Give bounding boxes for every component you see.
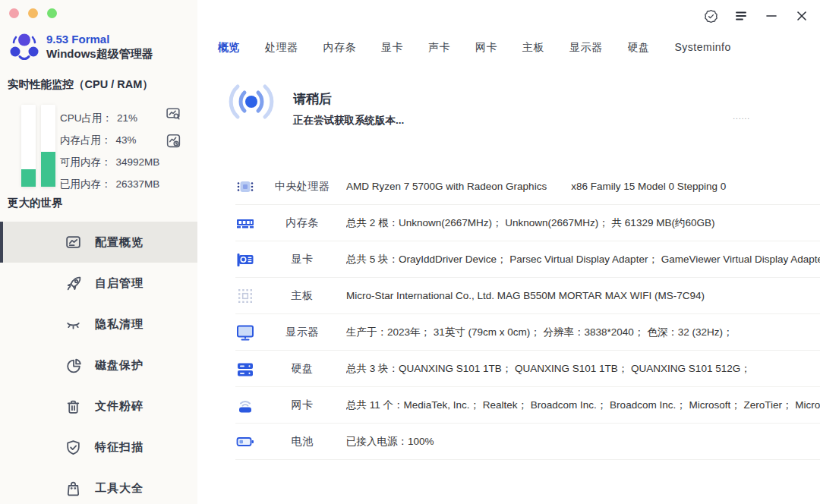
chart-history-icon[interactable] <box>165 132 182 150</box>
cpu-usage-label: CPU占用： <box>60 112 112 124</box>
free-ram-label: 可用内存： <box>60 156 112 168</box>
sidebar-item-label: 配置概览 <box>95 235 144 250</box>
info-row-monitor: 显示器 生产于：2023年； 31英寸 (79cm x 0cm)； 分辨率：38… <box>235 314 820 351</box>
info-row-label: 电池 <box>263 435 342 449</box>
sidebar-menu: 配置概览 自启管理 <box>0 222 197 504</box>
rocket-icon <box>65 275 82 292</box>
info-row-value: Micro-Star International Co., Ltd. MAG B… <box>346 290 820 301</box>
chart-search-icon[interactable] <box>165 106 182 123</box>
tab-memory[interactable]: 内存条 <box>323 41 357 55</box>
wifi-adapter-icon <box>235 395 255 415</box>
sidebar-item-toolbox[interactable]: 工具大全 <box>0 468 197 504</box>
usage-stats: CPU占用：21% 内存占用：43% 可用内存：34992MB 已用内存：263… <box>60 107 159 195</box>
hardware-tabs: 概览 处理器 内存条 显卡 声卡 网卡 主板 显示器 硬盘 Systeminfo <box>218 41 731 55</box>
traffic-light-close-icon[interactable] <box>9 8 19 18</box>
radar-signal-icon <box>226 80 276 124</box>
pie-chart-icon <box>65 357 82 374</box>
tab-systeminfo[interactable]: Systeminfo <box>675 41 731 55</box>
tab-soundcard[interactable]: 声卡 <box>428 41 450 55</box>
info-row-value: 总共 2 根：Unknown(2667MHz)； Unknown(2667MHz… <box>346 216 820 230</box>
sidebar-item-file-shredder[interactable]: 文件粉碎 <box>0 386 197 427</box>
license-badge-icon[interactable] <box>702 7 720 25</box>
hard-drive-icon <box>235 359 255 379</box>
sidebar-item-label: 磁盘保护 <box>95 358 144 373</box>
eye-closed-icon <box>65 316 82 333</box>
ram-usage-label: 内存占用： <box>60 134 112 146</box>
monitor-icon <box>235 323 255 342</box>
free-ram-value: 34992MB <box>116 156 160 168</box>
performance-monitor-panel: CPU占用：21% 内存占用：43% 可用内存：34992MB 已用内存：263… <box>0 103 197 188</box>
used-ram-label: 已用内存： <box>60 178 112 190</box>
minimize-icon[interactable] <box>762 7 781 25</box>
info-row-motherboard: 主板 Micro-Star International Co., Ltd. MA… <box>235 278 820 314</box>
free-ram-stat: 可用内存：34992MB <box>60 151 159 173</box>
info-row-disk: 硬盘 总共 3 块：QUANXING S101 1TB； QUANXING S1… <box>235 351 820 387</box>
tab-motherboard[interactable]: 主板 <box>522 41 544 55</box>
sidebar-item-disk-protect[interactable]: 磁盘保护 <box>0 345 197 386</box>
used-ram-value: 26337MB <box>116 178 160 190</box>
cpu-usage-stat: CPU占用：21% <box>60 107 159 129</box>
cpu-chip-icon <box>235 177 255 197</box>
ram-usage-bar <box>41 105 55 187</box>
tab-gpu[interactable]: 显卡 <box>381 41 403 55</box>
performance-monitor-title: 实时性能监控（CPU / RAM） <box>8 77 153 92</box>
ram-usage-stat: 内存占用：43% <box>60 129 159 151</box>
bag-icon <box>65 480 82 497</box>
perf-action-icons <box>165 106 182 150</box>
traffic-light-minimize-icon[interactable] <box>28 8 38 18</box>
sidebar-item-label: 自启管理 <box>95 276 144 291</box>
info-row-label: 显示器 <box>263 326 342 339</box>
tab-disk[interactable]: 硬盘 <box>628 41 650 55</box>
trash-icon <box>65 398 82 415</box>
traffic-light-maximize-icon[interactable] <box>47 8 57 18</box>
sidebar-item-label: 特征扫描 <box>95 440 144 455</box>
main-content: 概览 处理器 内存条 显卡 声卡 网卡 主板 显示器 硬盘 Systeminfo… <box>197 0 820 504</box>
traffic-lights <box>9 8 57 18</box>
sidebar: 9.53 Formal Windows超级管理器 实时性能监控（CPU / RA… <box>0 0 197 504</box>
info-row-label: 硬盘 <box>263 362 342 376</box>
tab-monitor[interactable]: 显示器 <box>569 41 603 55</box>
info-row-nic: 网卡 总共 11 个：MediaTek, Inc.； Realtek； Broa… <box>235 387 820 424</box>
ram-bar-fill <box>41 152 55 187</box>
info-row-label: 网卡 <box>263 398 342 412</box>
ram-stick-icon <box>235 213 255 233</box>
info-row-value: 总共 5 块：OrayIddDriver Device； Parsec Virt… <box>346 253 820 266</box>
menu-icon[interactable] <box>732 7 750 25</box>
loading-banner: 请稍后 正在尝试获取系统版本... <box>226 80 788 130</box>
used-ram-stat: 已用内存：26337MB <box>60 173 159 195</box>
info-row-memory: 内存条 总共 2 根：Unknown(2667MHz)； Unknown(266… <box>235 205 820 241</box>
app-brand: 9.53 Formal Windows超级管理器 <box>8 31 153 63</box>
app-title: Windows超级管理器 <box>46 47 153 61</box>
cpu-usage-bar <box>21 105 36 187</box>
info-row-cpu: 中央处理器 AMD Ryzen 7 5700G with Radeon Grap… <box>235 169 820 205</box>
tab-processor[interactable]: 处理器 <box>265 41 298 55</box>
loading-ellipsis: ...... <box>733 112 750 121</box>
sidebar-item-privacy-clean[interactable]: 隐私清理 <box>0 304 197 345</box>
sidebar-item-config-overview[interactable]: 配置概览 <box>0 222 197 263</box>
loading-banner-text: 请稍后 正在尝试获取系统版本... <box>293 90 404 128</box>
usage-bars <box>21 105 55 187</box>
tab-nic[interactable]: 网卡 <box>475 41 497 55</box>
info-row-value: 总共 11 个：MediaTek, Inc.； Realtek； Broadco… <box>346 398 820 412</box>
sidebar-item-autostart[interactable]: 自启管理 <box>0 263 197 304</box>
tab-overview[interactable]: 概览 <box>218 41 240 55</box>
info-row-value: 总共 3 块：QUANXING S101 1TB； QUANXING S101 … <box>346 362 820 376</box>
app-brand-text: 9.53 Formal Windows超级管理器 <box>46 33 153 61</box>
world-section-title: 更大的世界 <box>8 196 63 210</box>
info-row-label: 中央处理器 <box>263 180 342 194</box>
cpu-bar-fill <box>21 169 36 187</box>
info-row-value: 已接入电源：100% <box>346 435 820 449</box>
loading-subtitle: 正在尝试获取系统版本... <box>293 114 404 128</box>
info-row-extra: x86 Family 15 Model 0 Stepping 0 <box>571 181 726 192</box>
close-icon[interactable] <box>793 7 811 25</box>
ram-usage-value: 43% <box>116 134 137 146</box>
info-row-label: 主板 <box>263 289 342 303</box>
info-row-gpu: 显卡 总共 5 块：OrayIddDriver Device； Parsec V… <box>235 241 820 278</box>
cpu-usage-value: 21% <box>117 112 137 124</box>
gpu-card-icon <box>235 250 255 269</box>
app-version: 9.53 Formal <box>46 33 153 46</box>
battery-icon <box>235 432 255 452</box>
chart-overview-icon <box>65 234 82 251</box>
sidebar-item-signature-scan[interactable]: 特征扫描 <box>0 427 197 468</box>
sidebar-item-label: 工具大全 <box>95 481 144 496</box>
